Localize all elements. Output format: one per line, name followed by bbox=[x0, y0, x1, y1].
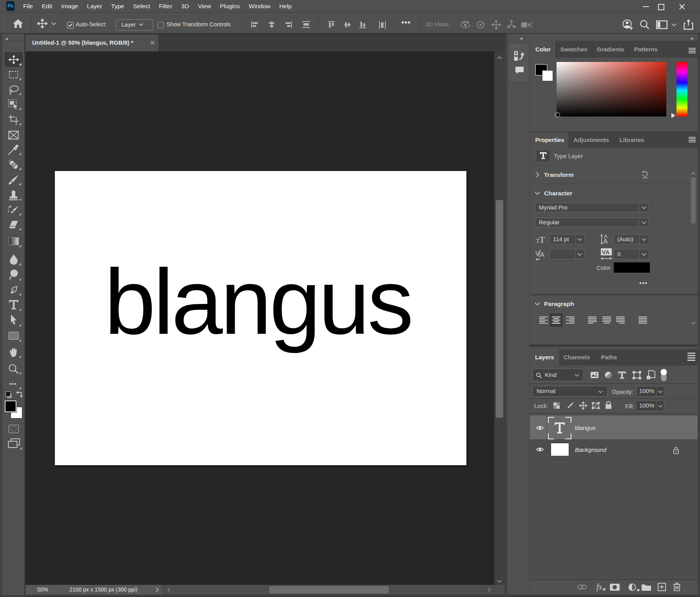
svg-text:A: A bbox=[603, 238, 608, 245]
svg-text:fx: fx bbox=[597, 582, 602, 592]
svg-text:VA: VA bbox=[602, 249, 610, 255]
svg-text:A: A bbox=[540, 251, 544, 258]
svg-text:T: T bbox=[539, 235, 545, 244]
